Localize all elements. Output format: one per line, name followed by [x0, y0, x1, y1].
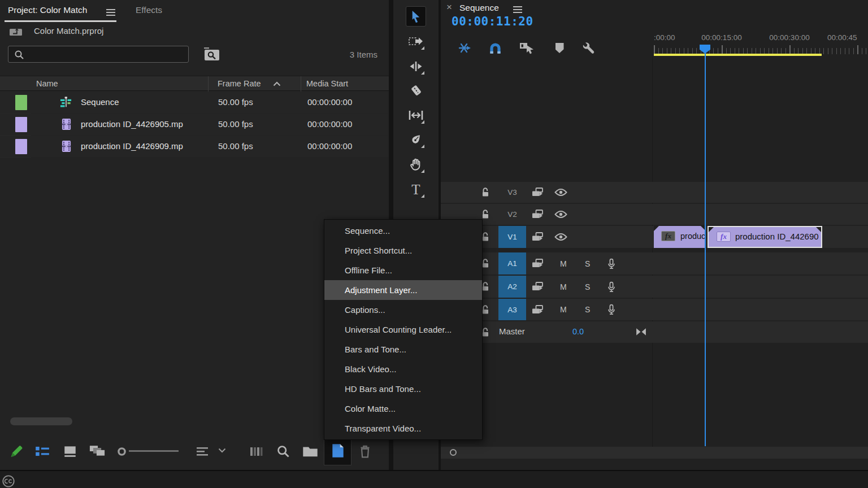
snap-button[interactable]: [487, 40, 504, 56]
sort-icon: [196, 446, 209, 457]
new-item-menu: Sequence... Project Shortcut... Offline …: [324, 219, 483, 440]
pen-tool[interactable]: [406, 129, 426, 150]
menu-item-captions[interactable]: Captions...: [324, 300, 482, 320]
zoom-scrollbar-handle[interactable]: [450, 449, 457, 456]
column-frame-rate[interactable]: Frame Rate: [218, 79, 261, 88]
razor-tool[interactable]: [406, 80, 426, 101]
new-bin-button[interactable]: [301, 443, 319, 459]
search-input[interactable]: [29, 47, 185, 61]
solo-button[interactable]: S: [585, 282, 590, 291]
tab-effects[interactable]: Effects: [136, 5, 162, 15]
icon-view-button[interactable]: [62, 443, 79, 459]
sync-lock-toggle[interactable]: [531, 186, 544, 198]
keyframe-bowtie-icon[interactable]: [635, 328, 647, 336]
track-output-toggle[interactable]: [554, 188, 567, 197]
hand-tool[interactable]: [406, 154, 426, 175]
mute-button[interactable]: M: [560, 305, 567, 314]
mute-button[interactable]: M: [560, 282, 567, 291]
timeline-zoom-scrollbar[interactable]: [441, 447, 868, 459]
slip-tool[interactable]: [406, 105, 426, 125]
clear-button[interactable]: [357, 443, 374, 460]
type-tool[interactable]: T: [406, 179, 426, 199]
playhead-timecode[interactable]: 00:00:11:20: [452, 15, 533, 28]
track-label-v2[interactable]: V2: [498, 204, 526, 225]
menu-item-sequence[interactable]: Sequence...: [324, 221, 482, 241]
track-lock-toggle[interactable]: [480, 187, 491, 197]
voiceover-record-button[interactable]: [606, 303, 617, 316]
voiceover-record-button[interactable]: [606, 281, 617, 293]
search-bin-button[interactable]: [203, 46, 221, 62]
label-color-swatch[interactable]: [15, 95, 27, 110]
add-marker-button[interactable]: [551, 40, 568, 56]
panel-menu-icon[interactable]: [106, 7, 115, 18]
sort-button[interactable]: [194, 445, 211, 458]
sync-lock-toggle[interactable]: [531, 281, 544, 292]
timeline-tab[interactable]: Sequence: [459, 3, 499, 13]
menu-item-bars-and-tone[interactable]: Bars and Tone...: [324, 339, 482, 359]
master-level-value[interactable]: 0.0: [572, 327, 584, 336]
fx-badge: fx: [661, 231, 675, 241]
table-row-clip-1[interactable]: production ID_4426905.mp 50.00 fps 00:00…: [0, 114, 389, 135]
track-label-a3[interactable]: A3: [498, 299, 526, 320]
track-label-v1[interactable]: V1: [498, 226, 526, 248]
search-input-box[interactable]: [8, 46, 189, 63]
sort-ascending-icon[interactable]: [273, 81, 281, 86]
list-view-button[interactable]: [34, 443, 51, 459]
solo-button[interactable]: S: [585, 305, 590, 314]
track-select-forward-tool[interactable]: [406, 31, 426, 51]
menu-item-project-shortcut[interactable]: Project Shortcut...: [324, 241, 482, 260]
automate-to-sequence-button[interactable]: [248, 445, 264, 458]
track-output-toggle[interactable]: [554, 232, 567, 241]
zoom-slider-handle[interactable]: [116, 446, 127, 456]
playhead-line[interactable]: [705, 53, 706, 446]
selection-tool[interactable]: [406, 6, 426, 27]
solo-button[interactable]: S: [585, 259, 590, 268]
track-label-a1[interactable]: A1: [498, 252, 526, 274]
menu-item-offline-file[interactable]: Offline File...: [324, 260, 482, 280]
magnet-icon: [488, 41, 502, 55]
panel-menu-icon[interactable]: [513, 5, 522, 15]
sync-lock-toggle[interactable]: [531, 231, 544, 242]
timeline-settings-button[interactable]: [580, 40, 597, 56]
work-area-bar[interactable]: [654, 54, 822, 56]
column-media-start[interactable]: Media Start: [306, 79, 348, 88]
pencil-icon: [8, 443, 24, 459]
menu-item-hd-bars-and-tone[interactable]: HD Bars and Tone...: [324, 379, 482, 399]
track-header-divider: [652, 56, 653, 447]
table-row-sequence[interactable]: Sequence 50.00 fps 00:00:00:00: [0, 91, 389, 113]
menu-item-universal-counting-leader[interactable]: Universal Counting Leader...: [324, 320, 482, 339]
timeline-clip-2-selected[interactable]: fx production ID_442690: [708, 226, 822, 248]
new-item-button[interactable]: [324, 436, 351, 465]
chevron-down-icon[interactable]: [218, 448, 226, 453]
sync-lock-toggle[interactable]: [531, 258, 544, 269]
navigate-up-icon[interactable]: [8, 25, 24, 37]
menu-item-transparent-video[interactable]: Transparent Video...: [324, 419, 482, 438]
linked-selection-button[interactable]: [518, 40, 535, 56]
nest-sequences-button[interactable]: [457, 40, 474, 56]
track-label-v3[interactable]: V3: [498, 182, 526, 203]
track-master: Master 0.0: [441, 321, 868, 343]
menu-item-black-video[interactable]: Black Video...: [324, 359, 482, 379]
sync-lock-toggle[interactable]: [531, 304, 544, 315]
track-label-a2[interactable]: A2: [498, 276, 526, 298]
track-output-toggle[interactable]: [554, 210, 567, 219]
voiceover-record-button[interactable]: [606, 258, 617, 270]
freeform-view-button[interactable]: [87, 443, 107, 459]
track-a3: A3 M S: [441, 299, 868, 320]
timeline-clip-1[interactable]: fx produc: [654, 226, 706, 248]
mute-button[interactable]: M: [560, 259, 567, 268]
sync-lock-toggle[interactable]: [531, 208, 544, 220]
track-lock-toggle[interactable]: [480, 209, 491, 219]
column-name[interactable]: Name: [36, 79, 58, 88]
project-writable-button[interactable]: [7, 442, 25, 460]
label-color-swatch[interactable]: [15, 139, 27, 154]
find-button[interactable]: [275, 443, 291, 459]
menu-item-color-matte[interactable]: Color Matte...: [324, 399, 482, 419]
horizontal-scrollbar-thumb[interactable]: [10, 417, 72, 425]
close-panel-icon[interactable]: ×: [446, 2, 452, 13]
table-row-clip-2[interactable]: production ID_4426909.mp 50.00 fps 00:00…: [0, 136, 389, 157]
zoom-slider-track[interactable]: [129, 450, 179, 452]
menu-item-adjustment-layer[interactable]: Adjustment Layer...: [324, 280, 482, 300]
ripple-edit-tool[interactable]: [406, 56, 426, 76]
label-color-swatch[interactable]: [15, 117, 27, 132]
